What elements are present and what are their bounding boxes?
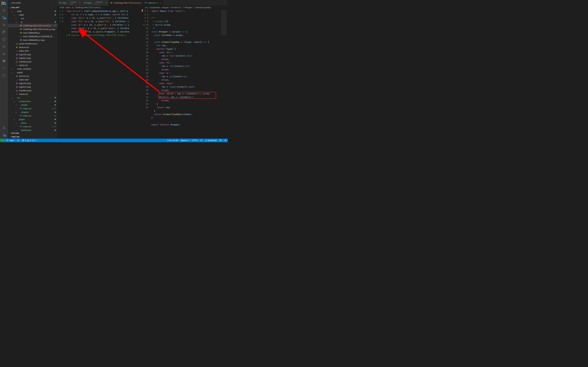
tree-row[interactable]: TSindex.tsx1, U [8, 125, 57, 128]
breadcrumbs-1[interactable]: build›static›js›ChildPage.f6bc7333.chunk… [58, 6, 143, 9]
timeline-section[interactable]: ›TIMELINE [8, 135, 57, 139]
tab[interactable]: TSindex.tsxU× [143, 0, 163, 6]
extensions-icon[interactable] [2, 30, 6, 34]
tab-bar-1: TSndex.tsx.../home 1, U×TSindex.tsx.../h… [58, 0, 143, 6]
tree-row[interactable]: ▧logo192.png [8, 53, 57, 56]
crumb[interactable]: ChildPage.f6bc7333.chunk.js [75, 6, 100, 9]
explorer-icon[interactable]: 1 [2, 1, 6, 5]
tree-row[interactable]: ⌄src [8, 96, 57, 100]
tree-row[interactable]: { }manifest.json [8, 89, 57, 92]
tree-row[interactable]: ⌄public [8, 71, 57, 74]
debug-icon[interactable] [2, 23, 6, 27]
outline-section[interactable]: ›OUTLINE [8, 131, 57, 135]
code-editor-1[interactable]: 1 2 3 4 5 6 7 8 "use strict"; (self.webp… [58, 9, 143, 139]
sync-icon[interactable] [16, 139, 21, 142]
crumb[interactable]: static [66, 6, 70, 9]
indent[interactable]: Spaces: 2 [179, 139, 191, 142]
bell-icon[interactable] [223, 139, 228, 142]
more-icon[interactable]: ⋯ [52, 2, 54, 4]
scm-icon[interactable]: 9 [2, 16, 6, 20]
code-editor-2[interactable]: 1 2 3 4 5 6 7 8 9 10 11 12 13 14 15 16 1… [143, 9, 228, 139]
crumb[interactable]: ... [102, 6, 104, 9]
tab[interactable]: JSChildPage.f6bc7333.chunk.js3● [109, 0, 143, 6]
tree-row[interactable]: ▧logo512.png [8, 85, 57, 89]
status-bar: main* 0 6 1 Ln 8, Col 53 Spaces: 2 UTF-8… [0, 139, 228, 142]
tools-icon[interactable] [2, 66, 6, 70]
tab[interactable]: TSindex.tsx.../header 1, U× [82, 0, 109, 6]
problems[interactable]: 0 6 1 [21, 139, 38, 142]
tree-row[interactable]: TSindex.tsx1, U [8, 107, 57, 110]
activity-bar: 1 9 1 [0, 0, 8, 139]
overview-ruler-error [142, 9, 143, 12]
svg-point-0 [3, 9, 5, 11]
project-section[interactable]: ⌄ CRA-APP [8, 6, 57, 9]
sidebar-header: EXPLORER ⋯ [8, 0, 57, 6]
testing-icon[interactable] [2, 45, 6, 49]
crumb[interactable]: src [145, 6, 148, 9]
tree-row[interactable]: { }manifest.json [8, 60, 57, 63]
remote-indicator[interactable] [0, 139, 5, 142]
svg-point-1 [3, 17, 3, 17]
breadcrumbs-2[interactable]: src›components›wrapper›TSindex.tsx›⬡Wrap… [143, 6, 228, 9]
remote-icon[interactable] [2, 37, 6, 41]
svg-point-2 [3, 18, 3, 19]
eol[interactable]: LF [199, 139, 204, 142]
settings-icon[interactable]: 1 [2, 133, 6, 137]
highlight-box [159, 92, 216, 99]
tree-row[interactable]: ★favicon.ico [8, 45, 57, 49]
crumb[interactable]: build [60, 6, 64, 9]
crumb[interactable]: ⬡Wrapper [182, 6, 192, 9]
tree-row[interactable]: ⌄dashboard [8, 128, 57, 131]
tree-row[interactable]: ▧logo192.png [8, 81, 57, 85]
svg-point-17 [7, 140, 7, 140]
scm-badge: 9 [4, 18, 6, 19]
tree-row[interactable]: JSChildPage.f6bc7333.chunk.js3 [8, 24, 57, 27]
svg-rect-5 [4, 31, 5, 32]
tab[interactable]: TSndex.tsx.../home 1, U× [58, 0, 82, 6]
tree-row[interactable]: ›node_modules [8, 67, 57, 71]
tree-row[interactable]: ★favicon.ico [8, 74, 57, 78]
tree-row[interactable]: ≡main.1689a046.js.LICENSE.txt [8, 34, 57, 38]
editor-group-2: TSindex.tsxU× src›components›wrapper›TSi… [143, 0, 228, 139]
tree-row[interactable]: { }asset-manifest.json [8, 42, 57, 45]
tree-row[interactable]: ◇index.html [8, 78, 57, 81]
crumb[interactable]: js [72, 6, 73, 9]
graph-icon[interactable] [2, 52, 6, 56]
minimap[interactable] [220, 9, 228, 139]
menu-icon[interactable]: ⋯ [224, 1, 226, 3]
crumb[interactable]: ⬡elementTypeMap [194, 6, 211, 9]
tree-row[interactable]: ›css [8, 17, 57, 20]
tree-row[interactable]: ◇index.html [8, 49, 57, 53]
language[interactable]: { } JavaScript [204, 139, 218, 142]
account-icon[interactable] [2, 126, 6, 130]
tree-row[interactable]: JSmain.1689a046.js [8, 31, 57, 34]
tree-row[interactable]: TSindex.tsxU [8, 114, 57, 117]
tree-row[interactable]: ⌄pages [8, 117, 57, 121]
tree-row[interactable]: ⌄about [8, 121, 57, 125]
tree-row[interactable]: ⌄wrapper [8, 110, 57, 114]
git-branch[interactable]: main* [5, 139, 16, 142]
tree-row[interactable]: JSChildPage.f6bc7333.chunk.js.map [8, 27, 57, 31]
tree-row[interactable]: ⌄static [8, 13, 57, 17]
tree-row[interactable]: ⌄js [8, 20, 57, 24]
tree-row[interactable]: ≡robots.txt [8, 63, 57, 67]
tree-row[interactable]: JSmain.1689a046.js.map [8, 38, 57, 42]
search-icon[interactable] [2, 8, 6, 12]
tree-row[interactable]: ⌄components [8, 100, 57, 103]
feedback-icon[interactable] [218, 139, 223, 142]
grid-icon[interactable] [2, 59, 6, 63]
tree-row[interactable]: ≡robots.txt [8, 92, 57, 96]
tree-row[interactable]: ⌄header [8, 103, 57, 107]
svg-rect-11 [3, 61, 4, 62]
encoding[interactable]: UTF-8 [191, 139, 199, 142]
crumb[interactable]: wrapper [162, 6, 169, 9]
square-icon[interactable] [2, 73, 6, 77]
cursor-position[interactable]: Ln 8, Col 53 [166, 139, 179, 142]
tree-row[interactable]: ⌄build [8, 9, 57, 13]
tree-row[interactable]: ▧logo512.png [8, 56, 57, 60]
file-tree[interactable]: ⌄build⌄static›css⌄jsJSChildPage.f6bc7333… [8, 9, 57, 131]
crumb[interactable]: TSindex.tsx [171, 6, 181, 9]
svg-rect-6 [3, 32, 4, 33]
crumb[interactable]: components [149, 6, 160, 9]
svg-point-18 [7, 141, 7, 141]
